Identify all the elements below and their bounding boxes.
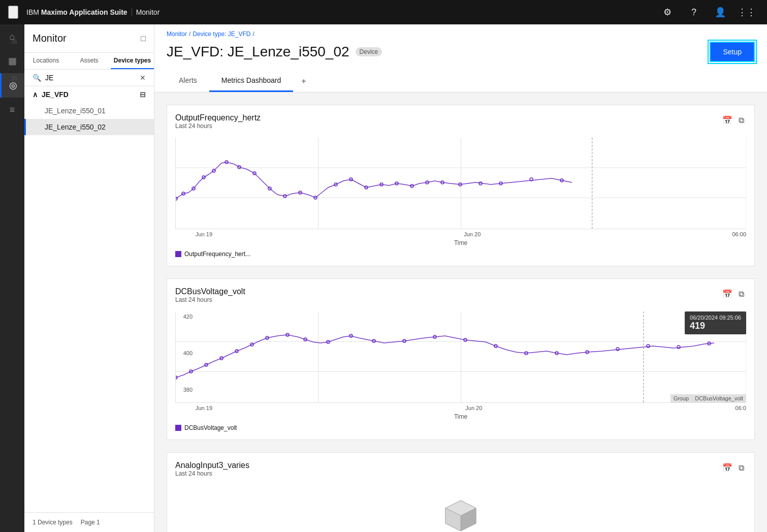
chart2-x-jun19: Jun 19 [196, 405, 212, 411]
content-header: Monitor / Device type: JE_VFD / JE_VFD: … [154, 24, 767, 92]
chart2-calendar-icon[interactable]: 📅 [720, 287, 734, 301]
chart2-title-group: DCBusVoltage_volt Last 24 hours [175, 287, 245, 309]
top-nav: ☰ IBM Maximo Application Suite Monitor ⚙… [0, 0, 767, 24]
sidebar: Monitor □ Locations Assets Device types … [24, 24, 154, 532]
filter-icon[interactable]: ⊟ [140, 90, 146, 99]
chart3-actions: 📅 ⧉ [720, 461, 746, 475]
search-input[interactable] [45, 74, 136, 82]
sidebar-group-je-vfd[interactable]: ∧ JE_VFD ⊟ [24, 86, 154, 103]
tab-add-btn[interactable]: + [293, 71, 314, 92]
brand: IBM Maximo Application Suite Monitor [26, 8, 159, 16]
svg-point-56 [616, 348, 619, 351]
tooltip-date: 06/20/2024 09:25:06 [690, 315, 741, 321]
chart-output-frequency: OutputFrequency_hertz Last 24 hours 📅 ⧉ … [167, 105, 755, 266]
chart2-x-title: Time [175, 413, 746, 420]
apps-icon[interactable]: ⋮⋮ [734, 0, 759, 24]
device-count: 1 Device types [33, 519, 73, 526]
rail-list-icon[interactable]: ≡ [0, 98, 24, 122]
chart2-x-labels: Jun 19 Jun 20 06:0 [175, 403, 746, 411]
list-item-je-lenze-i550-02[interactable]: JE_Lenze_i550_02 [24, 119, 154, 135]
page-title-row: JE_VFD: JE_Lenze_i550_02 Device Setup [167, 42, 755, 62]
breadcrumb-sep2: / [252, 30, 254, 38]
chart2-expand-icon[interactable]: ⧉ [737, 287, 746, 301]
chart1-x-jun20: Jun 20 [464, 231, 481, 237]
group-name: JE_VFD [42, 90, 69, 99]
chart3-title: AnalogInput3_varies [175, 461, 249, 470]
svg-point-57 [647, 345, 650, 348]
chart3-title-group: AnalogInput3_varies Last 24 hours [175, 461, 249, 483]
chart1-x-labels: Jun 19 Jun 20 06:00 [175, 229, 746, 237]
main-content: Monitor / Device type: JE_VFD / JE_VFD: … [154, 24, 767, 532]
sidebar-header: Monitor □ [24, 24, 154, 53]
settings-icon[interactable]: ⚙ [655, 0, 680, 24]
empty-box-icon [440, 495, 481, 532]
sidebar-footer: 1 Device types Page 1 [24, 512, 154, 532]
chevron-down-icon: ∧ [33, 90, 38, 99]
search-icon: 🔍 [33, 74, 41, 82]
chart2-title: DCBusVoltage_volt [175, 287, 245, 296]
chart2-tooltip-labels: Group DCBusVoltage_volt [670, 394, 746, 402]
sidebar-search: 🔍 ✕ [24, 70, 154, 86]
chart3-empty [175, 485, 746, 532]
brand-name: IBM Maximo Application Suite [26, 8, 127, 16]
chart2-x-0600: 06:0 [736, 405, 746, 411]
chart1-x-0600: 06:00 [732, 231, 746, 237]
tab-locations[interactable]: Locations [24, 53, 68, 69]
chart-dc-bus-voltage: DCBusVoltage_volt Last 24 hours 📅 ⧉ 420 … [167, 278, 755, 440]
app-name: Monitor [136, 8, 160, 16]
device-badge: Device [356, 47, 382, 56]
chart1-legend-label: OutputFrequency_hert... [184, 251, 250, 258]
chart1-title-group: OutputFrequency_hertz Last 24 hours [175, 113, 261, 136]
chart3-header: AnalogInput3_varies Last 24 hours 📅 ⧉ [175, 461, 746, 483]
chart2-header: DCBusVoltage_volt Last 24 hours 📅 ⧉ [175, 287, 746, 309]
chart3-subtitle: Last 24 hours [175, 470, 249, 477]
chart1-actions: 📅 ⧉ [720, 113, 746, 127]
chart1-x-jun19: Jun 19 [196, 231, 212, 237]
chart2-x-jun20: Jun 20 [465, 405, 482, 411]
chart1-header: OutputFrequency_hertz Last 24 hours 📅 ⧉ [175, 113, 746, 136]
chart2-tooltip: 06/20/2024 09:25:06 419 [685, 311, 746, 334]
sidebar-list: ∧ JE_VFD ⊟ JE_Lenze_i550_01 JE_Lenze_i55… [24, 86, 154, 512]
tab-device-types[interactable]: Device types [111, 53, 154, 69]
help-icon[interactable]: ? [682, 0, 706, 24]
breadcrumb: Monitor / Device type: JE_VFD / [167, 30, 755, 38]
svg-point-58 [677, 346, 680, 349]
list-item-je-lenze-i550-01[interactable]: JE_Lenze_i550_01 [24, 103, 154, 119]
breadcrumb-device-type[interactable]: Device type: JE_VFD [193, 30, 250, 38]
chart3-calendar-icon[interactable]: 📅 [720, 461, 734, 475]
app-layout: ⌂ ▦ ◎ ≡ Monitor □ Locations Assets Devic… [0, 24, 767, 532]
page-title: JE_VFD: JE_Lenze_i550_02 Device [167, 44, 382, 60]
setup-button[interactable]: Setup [710, 42, 755, 62]
tooltip-metric-label: DCBusVoltage_volt [692, 394, 746, 402]
nav-icons: ⚙ ? 👤 ⋮⋮ [655, 0, 759, 24]
breadcrumb-sep1: / [189, 30, 190, 38]
chart1-x-title: Time [175, 239, 746, 246]
chart2-legend: DCBusVoltage_volt [175, 424, 746, 431]
tab-metrics-dashboard[interactable]: Metrics Dashboard [209, 70, 294, 92]
tooltip-group-label: Group [670, 394, 692, 402]
page-number: Page 1 [81, 519, 100, 526]
chart1-calendar-icon[interactable]: 📅 [720, 113, 734, 127]
user-icon[interactable]: 👤 [708, 0, 732, 24]
chart2-actions: 📅 ⧉ [720, 287, 746, 301]
tab-assets[interactable]: Assets [68, 53, 111, 69]
charts-area: OutputFrequency_hertz Last 24 hours 📅 ⧉ … [154, 92, 767, 532]
chart1-subtitle: Last 24 hours [175, 122, 261, 130]
sidebar-tabs: Locations Assets Device types [24, 53, 154, 70]
chart1-title: OutputFrequency_hertz [175, 113, 261, 122]
sidebar-collapse-btn[interactable]: □ [141, 34, 146, 43]
chart1-expand-icon[interactable]: ⧉ [737, 113, 746, 127]
tabs-row: Alerts Metrics Dashboard + [167, 70, 755, 92]
page-title-text: JE_VFD: JE_Lenze_i550_02 [167, 44, 349, 60]
tooltip-value: 419 [690, 321, 741, 331]
chart3-expand-icon[interactable]: ⧉ [737, 461, 746, 475]
search-clear-btn[interactable]: ✕ [140, 74, 146, 82]
hamburger-menu-icon[interactable]: ☰ [8, 6, 18, 19]
chart2-subtitle: Last 24 hours [175, 296, 245, 303]
chart1-legend-dot [175, 251, 181, 257]
breadcrumb-monitor[interactable]: Monitor [167, 30, 187, 38]
chart1-legend: OutputFrequency_hert... [175, 251, 746, 258]
tab-alerts[interactable]: Alerts [167, 70, 209, 92]
chart2-legend-label: DCBusVoltage_volt [184, 424, 237, 431]
icon-rail: ⌂ ▦ ◎ ≡ [0, 24, 24, 532]
